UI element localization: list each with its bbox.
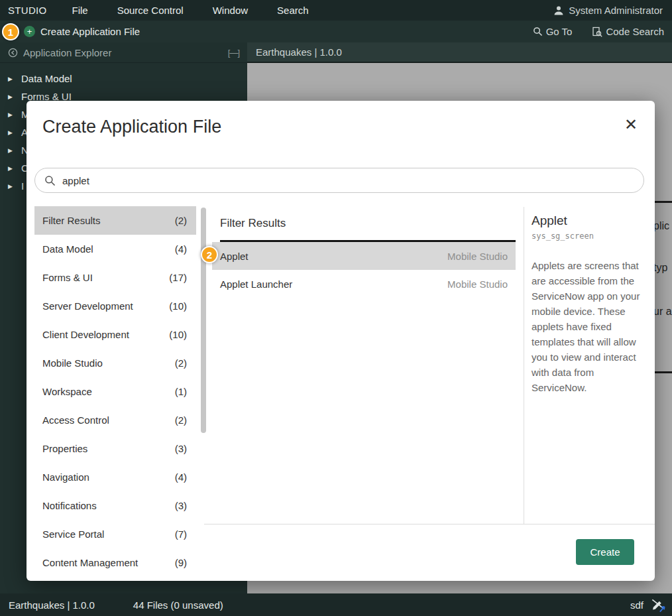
result-name: Applet Launcher [220, 278, 292, 290]
category-label: Content Management [42, 557, 138, 568]
category-count: (2) [175, 357, 187, 369]
status-file-count: 44 Files (0 unsaved) [133, 599, 223, 611]
result-name: Applet [220, 251, 249, 262]
category-label: Forms & UI [42, 272, 93, 283]
category-label: Client Development [42, 329, 129, 340]
result-category: Mobile Studio [447, 278, 508, 290]
background-text-fragment: typ [653, 262, 667, 274]
chevron-right-icon: ▶ [8, 93, 21, 100]
category-label: Access Control [42, 414, 109, 426]
create-button[interactable]: Create [576, 539, 634, 565]
toolbar: + Create Application File Go To Code Sea… [0, 21, 672, 42]
search-icon [44, 175, 56, 186]
category-label: Properties [42, 443, 87, 454]
category-count: (2) [175, 414, 187, 426]
category-count: (1) [175, 386, 187, 397]
chevron-right-icon: ▶ [8, 129, 21, 136]
category-label: Workspace [42, 386, 92, 397]
status-bar: Earthquakes | 1.0.0 44 Files (0 unsaved)… [0, 593, 672, 616]
close-icon[interactable]: ✕ [624, 117, 638, 133]
result-row-applet-launcher[interactable]: Applet Launcher Mobile Studio [212, 270, 516, 298]
tree-item-label: I [21, 180, 24, 192]
tab-earthquakes[interactable]: Earthquakes | 1.0.0 [256, 46, 342, 58]
category-count: (17) [169, 272, 187, 283]
detail-panel: Applet sys_sg_screen Applets are screens… [532, 214, 649, 395]
category-access-control[interactable]: Access Control (2) [34, 406, 196, 434]
read-only-pencil-icon [650, 597, 665, 613]
results-panel: Filter Results Applet Mobile Studio Appl… [212, 207, 524, 298]
create-application-file-dialog: Create Application File ✕ Filter Results… [27, 101, 655, 581]
results-header: Filter Results [220, 207, 516, 242]
chevron-right-icon: ▶ [8, 183, 21, 190]
studio-brand: STUDIO [0, 5, 57, 16]
menu-search[interactable]: Search [262, 5, 323, 16]
step-1-badge: 1 [2, 23, 19, 40]
chevron-right-icon: ▶ [8, 76, 21, 82]
user-menu[interactable]: System Administrator [553, 5, 672, 16]
category-count: (2) [175, 215, 187, 226]
category-forms-ui[interactable]: Forms & UI (17) [34, 263, 196, 292]
detail-description: Applets are screens that are accessible … [532, 258, 649, 395]
result-row-applet[interactable]: Applet Mobile Studio [212, 242, 516, 270]
category-count: (9) [175, 557, 187, 568]
detail-title: Applet [532, 214, 649, 228]
go-to-label: Go To [546, 26, 573, 37]
category-label: Service Portal [42, 528, 104, 540]
tree-item-label: Data Model [21, 73, 72, 84]
category-count: (4) [175, 243, 187, 255]
background-text-fragment: ur a [653, 306, 672, 318]
category-notifications[interactable]: Notifications (3) [34, 491, 196, 520]
minimize-icon[interactable]: [—] [228, 48, 239, 58]
menu-file[interactable]: File [57, 5, 102, 16]
chevron-right-icon: ▶ [8, 111, 21, 118]
step-2-badge: 2 [201, 246, 218, 263]
category-data-model[interactable]: Data Model (4) [34, 235, 196, 263]
explorer-header: Application Explorer [—] [0, 42, 247, 63]
tree-item-data-model[interactable]: ▶ Data Model [0, 70, 247, 88]
category-count: (7) [175, 528, 187, 540]
category-client-development[interactable]: Client Development (10) [34, 320, 196, 349]
category-label: Data Model [42, 243, 93, 255]
menu-source-control[interactable]: Source Control [103, 5, 198, 16]
category-content-management[interactable]: Content Management (9) [34, 548, 196, 577]
category-workspace[interactable]: Workspace (1) [34, 377, 196, 406]
panel-divider [524, 207, 524, 524]
search-input[interactable] [62, 175, 634, 186]
category-service-portal[interactable]: Service Portal (7) [34, 520, 196, 548]
code-search-label: Code Search [606, 26, 664, 37]
code-search-icon [592, 27, 602, 37]
category-navigation[interactable]: Navigation (4) [34, 463, 196, 491]
category-scrollbar[interactable] [201, 208, 206, 433]
category-label: Filter Results [42, 215, 101, 226]
code-search-action[interactable]: Code Search [592, 26, 664, 37]
category-filter-results[interactable]: Filter Results (2) [34, 206, 196, 235]
category-list: Filter Results (2) Data Model (4) Forms … [34, 206, 196, 577]
explorer-collapse-icon[interactable] [8, 48, 18, 58]
menubar: STUDIO File Source Control Window Search… [0, 0, 672, 21]
chevron-right-icon: ▶ [8, 165, 21, 172]
search-icon [533, 27, 543, 36]
category-label: Navigation [42, 471, 89, 483]
category-label: Server Development [42, 300, 133, 312]
category-count: (10) [169, 300, 187, 312]
footer-divider [204, 524, 655, 524]
menu-window[interactable]: Window [198, 5, 262, 16]
status-app-name: Earthquakes | 1.0.0 [9, 599, 95, 611]
category-count: (10) [169, 329, 187, 340]
category-properties[interactable]: Properties (3) [34, 434, 196, 463]
category-count: (3) [175, 443, 187, 454]
category-mobile-studio[interactable]: Mobile Studio (2) [34, 349, 196, 377]
create-application-file-action[interactable]: Create Application File [40, 26, 140, 37]
tab-bar: Earthquakes | 1.0.0 [247, 42, 672, 63]
category-count: (4) [175, 471, 187, 483]
go-to-action[interactable]: Go To [533, 26, 573, 37]
dialog-title: Create Application File [42, 117, 221, 137]
chevron-right-icon: ▶ [8, 147, 21, 154]
user-name: System Administrator [569, 5, 663, 16]
category-server-development[interactable]: Server Development (10) [34, 292, 196, 320]
user-icon [553, 5, 564, 16]
category-label: Notifications [42, 500, 97, 511]
background-text-fragment: plic [653, 220, 669, 232]
status-right-text: sdf [630, 599, 644, 611]
detail-table-name: sys_sg_screen [532, 231, 649, 241]
